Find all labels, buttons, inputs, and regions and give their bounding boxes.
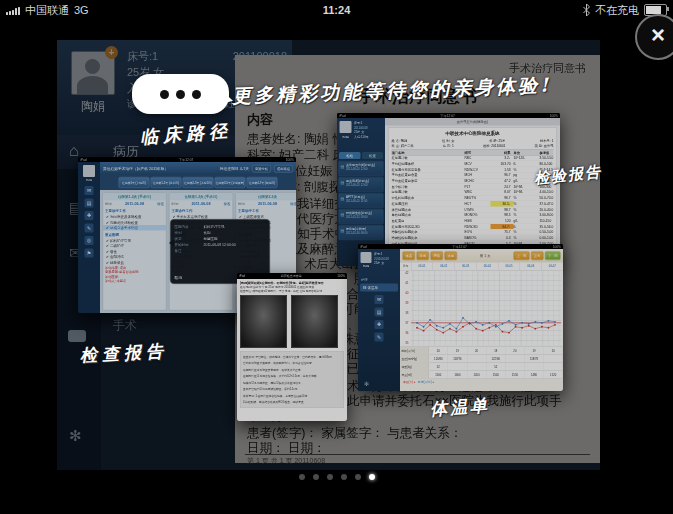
table-row-label: 体重(kg)	[400, 363, 429, 371]
date-header-row: 日期 06-0106-0206-0306-0406-0506-0606-07	[400, 263, 563, 271]
page-dot[interactable]	[299, 474, 305, 480]
lab-tab: 检验	[339, 152, 360, 159]
chart-legend: 体温(℃) ● 脉搏(次/分) ●	[400, 379, 563, 385]
variance-note: 评估人: 未签名	[103, 279, 166, 284]
ultrasound-image	[240, 295, 287, 348]
sidebar-icon: ✉	[85, 186, 94, 195]
next-week-button: 下一周	[545, 251, 561, 260]
sidebar-icon: ✚	[375, 320, 384, 329]
y-axis-label: 35	[400, 342, 410, 345]
page-indicator: 第 1 页	[459, 253, 513, 258]
vitals-table: 呼吸(次/分)20192018201920 血压(mmHg)120/80118/…	[400, 347, 563, 380]
table-row-label: 尿量(ml)	[400, 371, 429, 379]
finding-line: 2.盆腔积液。建议结合临床及HCG检查，随诊复查。	[243, 399, 341, 406]
pathway-button-exit: 退出路径	[274, 165, 293, 173]
stage-pill: 住院第1天 (入院日)	[119, 177, 150, 188]
report-name-strip: 血常规五分类(静脉血)	[385, 118, 560, 126]
temp-toolbar-button: 疼痛	[445, 251, 458, 260]
page-dot[interactable]	[313, 474, 319, 480]
tutorial-overlay-stage[interactable]: ✎ + 陶娟 床号:1201100018 25岁 女 入院:110天 诊断:(O…	[0, 20, 673, 514]
chat-bubble-icon	[68, 330, 86, 342]
standard-stay-label: 标准住院日 4-7天	[220, 166, 249, 171]
pathway-button-variance: 变异分析	[252, 165, 271, 173]
column-header: 住院第2-3天	[236, 193, 296, 201]
status-bar: 中国联通 3G 11:24 不在充电	[0, 0, 673, 20]
clock: 11:24	[0, 4, 673, 16]
table-row-label: 血压(mmHg)	[400, 355, 429, 363]
temp-chart-menu-item: 体温单	[360, 284, 398, 292]
date-cell: 06-04	[476, 263, 498, 271]
speech-bubble	[132, 74, 229, 114]
prev-week-button: 上一周	[514, 251, 530, 260]
temp-toolbar: 体温脉搏呼吸疼痛 第 1 页 上一周 查询 下一周	[400, 249, 563, 263]
date-cell: 06-03	[454, 263, 476, 271]
lab-tab: 检查	[362, 152, 383, 159]
patient-name: 陶娟	[71, 98, 115, 115]
sidebar-icon: ✎	[375, 333, 384, 342]
pathway-title: 异位妊娠手术治疗（妇产科 2011年版）	[103, 166, 217, 171]
date-cell: 06-05	[498, 263, 520, 271]
lab-list-item: 凝血四项(静脉血)2011-06-01 12:00	[339, 177, 384, 192]
sidebar-icon: ⚑	[85, 249, 94, 258]
shot-exam-report: iPad超声检查报告单100% (陶娟)腹部经腹±左侧附件、右侧附件(常规、盆腔…	[237, 273, 347, 421]
y-axis-label: 39	[400, 302, 410, 305]
y-axis-label: 36	[400, 332, 410, 335]
page-dot[interactable]	[327, 474, 333, 480]
stage-pill: 住院第3-5天 (术后恢复)	[215, 177, 246, 188]
page-dot[interactable]	[341, 474, 347, 480]
handwriting-temp-label: 体温单	[429, 394, 490, 421]
mini-avatar	[361, 252, 372, 263]
date-cell: 06-06	[520, 263, 542, 271]
pathway-sidebar: 陶娟 ✉▤✚✎◎⚑	[78, 162, 100, 313]
stage-pill: 住院第2-3天 (术后1日)	[183, 177, 214, 188]
query-button: 查询	[531, 251, 544, 260]
lab-report-title: 中联技术中心医院信息系统	[392, 130, 554, 139]
date-cell: 06-07	[541, 263, 563, 271]
stage-row: 住院第1天 (入院日)住院第1-2天 (手术日)住院第2-3天 (术后1日)住院…	[100, 175, 296, 190]
lab-list-item: 肝功能全套(静脉血)2011-05-31 09:00	[339, 209, 384, 224]
close-button[interactable]: ×	[635, 14, 673, 60]
sidebar-icon: ✚	[85, 211, 94, 220]
record-list-fragment: 手术	[113, 317, 137, 334]
column-header: 住院第1-2天 (手术日)	[170, 193, 233, 201]
doc-footer: 第 1 页 共 1 页 20110608	[247, 456, 325, 466]
exam-findings: 检查所见: 子宫前位，形态饱满，宫体大小正常，宫内膜居中，厚约0.8cm。宫内未…	[240, 351, 344, 408]
page-dot[interactable]	[355, 474, 361, 480]
app-screen: 中国联通 3G 11:24 不在充电 ✎ + 陶娟 床号:1201100018 …	[0, 0, 673, 514]
pathway-column: 住院第1-2天 (手术日) 时间2011-06-08修改 主要诊疗工作 询问病史…	[103, 193, 167, 311]
sidebar-icon: ◎	[85, 236, 94, 245]
sidebar-icon: ✉	[375, 295, 384, 304]
y-axis-label: 41	[400, 282, 410, 285]
page-dots	[0, 474, 673, 480]
lab-list-item: APTT(静脉血)2011-06-01 11:00	[339, 193, 384, 208]
y-axis-label: 40	[400, 292, 410, 295]
y-axis-label: 42	[400, 272, 410, 275]
doc-section-label: 内容	[247, 111, 273, 129]
sidebar-icon: ▤	[375, 308, 384, 317]
date-cell: 06-02	[433, 263, 455, 271]
table-row-label: 呼吸(次/分)	[400, 347, 429, 355]
temp-sidebar: 陶娟 床号:120110001825岁 女 护理 体温单 ✉▤✚✎ ✻	[358, 249, 400, 391]
temp-toolbar-button: 体温	[403, 251, 416, 260]
sidebar-icon: ▤	[85, 199, 94, 208]
stage-pill: 住院第4-7天 (出院日)	[247, 177, 278, 188]
sidebar-icon: ✎	[85, 224, 94, 233]
stage-pill: 住院第1-2天 (手术日)	[151, 177, 182, 188]
add-badge-icon: +	[105, 46, 118, 59]
temperature-chart: 4241403938373635	[400, 271, 563, 347]
exam-site-line: 检查部位: 腹部经腹±双侧附件、子宫 常规、盆腔 住院 超声诊断申请	[240, 289, 344, 293]
lab-list-item: 尿常规(中段尿)2011-05-30 08:00	[339, 225, 384, 240]
y-axis-label: 38	[400, 312, 410, 315]
column-header: 住院第1-2天 (手术日)	[103, 193, 166, 201]
temp-chart-svg	[411, 271, 561, 346]
gear-icon: ✻	[364, 380, 369, 387]
page-dot[interactable]	[369, 474, 375, 480]
y-axis-label: 37	[400, 322, 410, 325]
date-cell: 06-01	[411, 263, 433, 271]
temp-toolbar-button: 脉搏	[417, 251, 430, 260]
lab-list-item: 血常规五分类(静脉血)2011-06-01 12:00	[339, 161, 384, 176]
popover-cancel-button: 取消	[175, 276, 183, 281]
mini-avatar	[340, 121, 352, 133]
handwriting-exam-label: 检查报告	[79, 340, 168, 368]
bed-number: 床号:1	[127, 48, 158, 64]
